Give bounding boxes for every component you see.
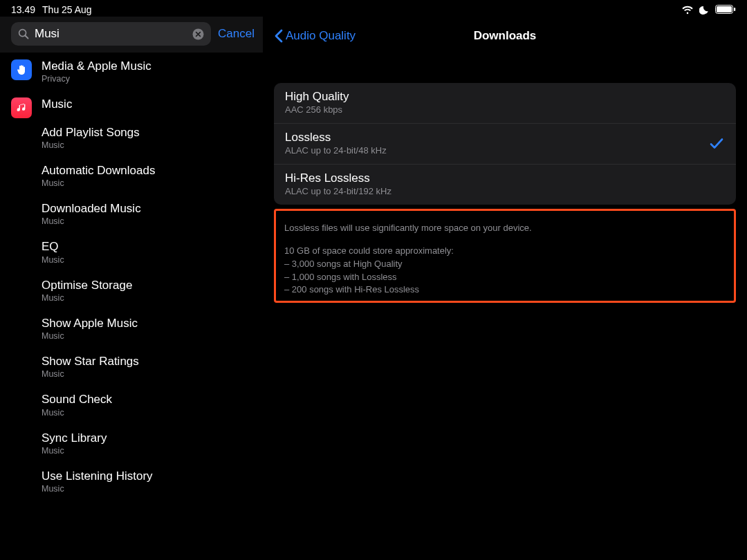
annotation-highlight-box: Lossless files will use significantly mo… xyxy=(274,209,736,303)
svg-rect-2 xyxy=(734,8,735,11)
quality-option-lossless[interactable]: Lossless ALAC up to 24-bit/48 kHz xyxy=(274,124,736,165)
hand-icon xyxy=(11,59,32,80)
footnote-text: Lossless files will use significantly mo… xyxy=(284,222,726,297)
option-title: Lossless xyxy=(285,131,725,144)
wifi-icon xyxy=(681,6,694,15)
result-sub: Music xyxy=(42,484,253,494)
result-title: EQ xyxy=(42,239,253,254)
clear-icon[interactable] xyxy=(192,28,204,40)
status-time: 13.49 xyxy=(11,4,35,15)
footnote-line: – 1,000 songs with Lossless xyxy=(284,271,726,284)
result-sub: Privacy xyxy=(42,74,253,84)
quality-option-high[interactable]: High Quality AAC 256 kbps xyxy=(274,83,736,124)
nav-header: Audio Quality Downloads xyxy=(274,19,736,53)
result-item[interactable]: Optimise Storage Music xyxy=(0,272,263,310)
chevron-left-icon xyxy=(274,29,283,43)
option-title: Hi-Res Lossless xyxy=(285,171,725,185)
search-field[interactable] xyxy=(11,22,211,46)
footnote-line: – 200 songs with Hi-Res Lossless xyxy=(284,283,726,297)
result-title: Optimise Storage xyxy=(42,278,253,292)
result-item[interactable]: Sound Check Music xyxy=(0,386,263,424)
sidebar: Cancel Media & Apple Music Privacy Music… xyxy=(0,17,263,560)
svg-rect-1 xyxy=(717,6,732,12)
result-item[interactable]: EQ Music xyxy=(0,233,263,271)
quality-options-group: High Quality AAC 256 kbps Lossless ALAC … xyxy=(274,83,736,205)
result-title: Show Apple Music xyxy=(42,316,253,330)
result-title: Show Star Ratings xyxy=(42,354,253,368)
moon-icon xyxy=(699,5,710,15)
result-title: Music xyxy=(42,97,253,111)
result-item[interactable]: Show Star Ratings Music xyxy=(0,348,263,386)
cancel-button[interactable]: Cancel xyxy=(218,27,255,41)
result-item[interactable]: Add Playlist Songs Music xyxy=(0,119,263,157)
checkmark-icon xyxy=(710,138,723,150)
search-results: Media & Apple Music Privacy Music Add Pl… xyxy=(0,53,263,560)
result-item[interactable]: Use Listening History Music xyxy=(0,463,263,501)
result-sub: Music xyxy=(42,369,253,379)
svg-line-4 xyxy=(26,36,28,39)
search-input[interactable] xyxy=(35,27,187,41)
result-title: Sync Library xyxy=(42,431,253,445)
result-music[interactable]: Music xyxy=(0,91,263,118)
result-sub: Music xyxy=(42,140,253,150)
result-item[interactable]: Sync Library Music xyxy=(0,424,263,463)
result-sub: Music xyxy=(42,255,253,265)
result-title: Use Listening History xyxy=(42,469,253,483)
option-sub: ALAC up to 24-bit/48 kHz xyxy=(285,145,725,156)
content-pane: Audio Quality Downloads High Quality AAC… xyxy=(263,17,747,560)
battery-icon xyxy=(715,5,736,15)
result-sub: Music xyxy=(42,331,253,341)
back-button[interactable]: Audio Quality xyxy=(274,29,356,43)
result-item[interactable]: Downloaded Music Music xyxy=(0,195,263,233)
result-title: Sound Check xyxy=(42,392,253,407)
footnote-line: 10 GB of space could store approximately… xyxy=(284,245,726,258)
option-sub: ALAC up to 24-bit/192 kHz xyxy=(285,186,725,196)
result-item[interactable]: Automatic Downloads Music xyxy=(0,157,263,195)
result-title: Automatic Downloads xyxy=(42,163,253,178)
back-label: Audio Quality xyxy=(286,29,356,43)
result-title: Downloaded Music xyxy=(42,201,253,216)
footnote-line: – 3,000 songs at High Quality xyxy=(284,258,726,271)
quality-option-hires[interactable]: Hi-Res Lossless ALAC up to 24-bit/192 kH… xyxy=(274,165,736,205)
result-media-apple-music[interactable]: Media & Apple Music Privacy xyxy=(0,53,263,91)
result-sub: Music xyxy=(42,178,253,188)
status-bar: 13.49 Thu 25 Aug xyxy=(0,0,747,17)
music-icon xyxy=(11,97,32,118)
option-sub: AAC 256 kbps xyxy=(285,104,725,115)
option-title: High Quality xyxy=(285,90,725,104)
result-sub: Music xyxy=(42,293,253,303)
footnote-line: Lossless files will use significantly mo… xyxy=(284,222,726,235)
result-sub: Music xyxy=(42,446,253,456)
page-title: Downloads xyxy=(474,29,537,43)
result-title: Media & Apple Music xyxy=(42,59,253,73)
result-sub: Music xyxy=(42,216,253,226)
search-icon xyxy=(18,28,29,39)
result-title: Add Playlist Songs xyxy=(42,125,253,140)
result-item[interactable]: Show Apple Music Music xyxy=(0,310,263,348)
result-sub: Music xyxy=(42,408,253,418)
status-date: Thu 25 Aug xyxy=(42,4,92,15)
